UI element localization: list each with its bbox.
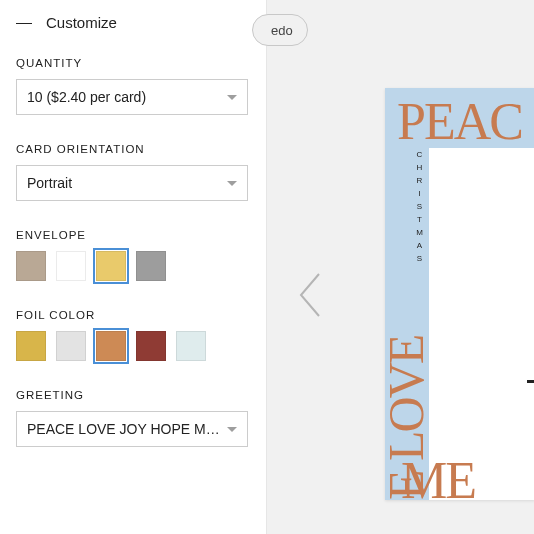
greeting-value: PEACE LOVE JOY HOPE ME… <box>27 421 222 437</box>
card-preview: PEAC E LOVE CHRISTMAS ME <box>385 88 534 500</box>
chevron-down-icon <box>227 427 237 432</box>
card-text-bottom: ME <box>401 451 475 500</box>
foil-label: FOIL COLOR <box>16 309 250 321</box>
customize-panel: Customize QUANTITY 10 ($2.40 per card) C… <box>0 0 267 534</box>
collapse-icon[interactable] <box>16 23 32 25</box>
foil-swatches-swatch-1[interactable] <box>56 331 86 361</box>
foil-swatches-swatch-0[interactable] <box>16 331 46 361</box>
tag-pill-text: edo <box>271 23 293 38</box>
orientation-select[interactable]: Portrait <box>16 165 248 201</box>
panel-header: Customize <box>16 14 250 31</box>
greeting-section: GREETING PEACE LOVE JOY HOPE ME… <box>16 389 250 447</box>
quantity-select[interactable]: 10 ($2.40 per card) <box>16 79 248 115</box>
card-text-side: E LOVE <box>385 150 435 500</box>
envelope-swatches-swatch-1[interactable] <box>56 251 86 281</box>
envelope-section: ENVELOPE <box>16 229 250 281</box>
prev-arrow[interactable] <box>295 270 325 320</box>
envelope-swatches-swatch-2[interactable] <box>96 251 126 281</box>
foil-swatches-swatch-4[interactable] <box>176 331 206 361</box>
foil-swatches <box>16 331 250 361</box>
greeting-label: GREETING <box>16 389 250 401</box>
edge-mark <box>527 380 534 383</box>
preview-area: edo PEAC E LOVE CHRISTMAS ME <box>267 0 534 534</box>
card-text-top: PEAC <box>397 92 522 151</box>
greeting-select[interactable]: PEACE LOVE JOY HOPE ME… <box>16 411 248 447</box>
orientation-label: CARD ORIENTATION <box>16 143 250 155</box>
panel-title: Customize <box>46 14 117 31</box>
quantity-value: 10 ($2.40 per card) <box>27 89 146 105</box>
chevron-left-icon <box>295 270 325 320</box>
foil-swatches-swatch-2[interactable] <box>96 331 126 361</box>
chevron-down-icon <box>227 181 237 186</box>
orientation-section: CARD ORIENTATION Portrait <box>16 143 250 201</box>
foil-swatches-swatch-3[interactable] <box>136 331 166 361</box>
envelope-label: ENVELOPE <box>16 229 250 241</box>
chevron-down-icon <box>227 95 237 100</box>
card-text-small: CHRISTMAS <box>415 150 424 267</box>
foil-section: FOIL COLOR <box>16 309 250 361</box>
envelope-swatches <box>16 251 250 281</box>
quantity-label: QUANTITY <box>16 57 250 69</box>
envelope-swatches-swatch-3[interactable] <box>136 251 166 281</box>
orientation-value: Portrait <box>27 175 72 191</box>
quantity-section: QUANTITY 10 ($2.40 per card) <box>16 57 250 115</box>
card-photo-placeholder <box>429 148 534 500</box>
envelope-swatches-swatch-0[interactable] <box>16 251 46 281</box>
tag-pill[interactable]: edo <box>252 14 308 46</box>
